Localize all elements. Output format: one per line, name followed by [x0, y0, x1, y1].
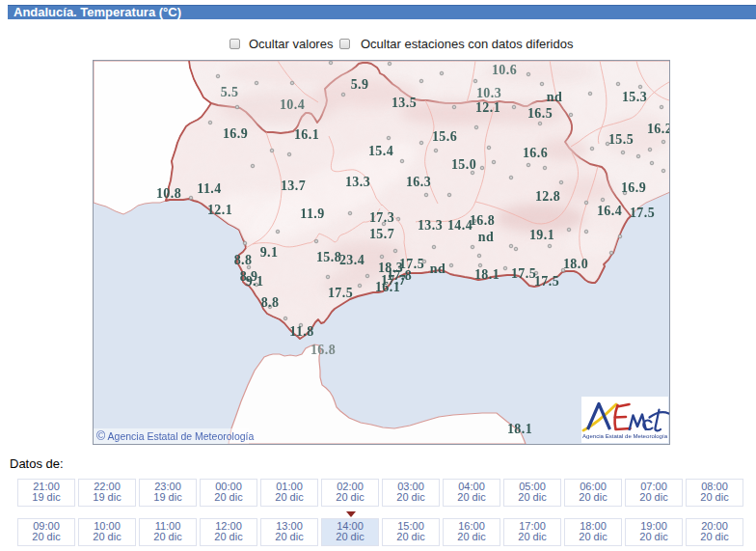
- svg-text:15.8: 15.8: [316, 250, 341, 264]
- svg-text:16.4: 16.4: [597, 204, 622, 218]
- svg-text:19.1: 19.1: [529, 228, 554, 242]
- svg-text:nd: nd: [478, 230, 494, 244]
- svg-text:12.1: 12.1: [475, 100, 500, 115]
- svg-text:10.6: 10.6: [492, 63, 517, 77]
- svg-text:16.5: 16.5: [527, 106, 553, 121]
- svg-text:10.8: 10.8: [156, 186, 181, 201]
- svg-text:nd: nd: [430, 262, 446, 276]
- svg-text:13.7: 13.7: [281, 179, 306, 193]
- svg-text:10.4: 10.4: [280, 97, 305, 112]
- svg-text:16.3: 16.3: [406, 175, 431, 189]
- svg-text:18.1: 18.1: [474, 267, 500, 282]
- svg-text:9.1: 9.1: [246, 274, 264, 289]
- svg-text:16.1: 16.1: [375, 280, 400, 294]
- svg-text:16.1: 16.1: [294, 127, 319, 142]
- svg-text:nd: nd: [547, 90, 562, 104]
- svg-text:15.7: 15.7: [369, 227, 394, 241]
- svg-text:17.5: 17.5: [534, 274, 559, 289]
- svg-text:17.5: 17.5: [511, 266, 536, 281]
- svg-text:9.1: 9.1: [260, 245, 279, 260]
- svg-text:13.3: 13.3: [418, 218, 443, 233]
- svg-text:11.9: 11.9: [300, 207, 324, 221]
- svg-text:17.3: 17.3: [369, 210, 394, 225]
- svg-text:13.3: 13.3: [345, 175, 370, 189]
- svg-text:11.8: 11.8: [289, 324, 313, 339]
- svg-text:5.5: 5.5: [221, 85, 239, 99]
- svg-text:13.5: 13.5: [392, 96, 417, 110]
- svg-text:16.2: 16.2: [647, 122, 669, 136]
- svg-text:18.0: 18.0: [563, 257, 588, 271]
- svg-text:8.8: 8.8: [234, 253, 253, 267]
- svg-text:17.5: 17.5: [328, 286, 353, 300]
- svg-text:11.4: 11.4: [197, 181, 221, 196]
- svg-text:17.5: 17.5: [630, 206, 655, 220]
- svg-text:15.3: 15.3: [622, 90, 647, 104]
- svg-text:15.6: 15.6: [432, 129, 457, 144]
- svg-text:8.8: 8.8: [261, 295, 280, 310]
- svg-text:15.0: 15.0: [451, 157, 476, 172]
- svg-text:10.3: 10.3: [476, 86, 501, 100]
- svg-text:12.1: 12.1: [207, 203, 232, 217]
- svg-text:© Agencia Estatal de Meteorolo: © Agencia Estatal de Meteorología: [96, 429, 254, 443]
- svg-text:5.9: 5.9: [351, 77, 369, 92]
- svg-text:23.4: 23.4: [339, 253, 364, 267]
- svg-text:Agencia Estatal de Meteorologí: Agencia Estatal de Meteorología: [582, 432, 668, 439]
- svg-text:16.6: 16.6: [523, 146, 548, 160]
- svg-text:16.9: 16.9: [621, 180, 646, 195]
- svg-text:16.8: 16.8: [470, 213, 495, 228]
- svg-text:16.9: 16.9: [223, 126, 248, 141]
- svg-text:16.8: 16.8: [310, 343, 336, 357]
- svg-text:15.4: 15.4: [368, 144, 393, 158]
- svg-text:12.8: 12.8: [535, 189, 560, 204]
- svg-text:18.1: 18.1: [507, 422, 532, 436]
- svg-text:15.5: 15.5: [608, 132, 634, 147]
